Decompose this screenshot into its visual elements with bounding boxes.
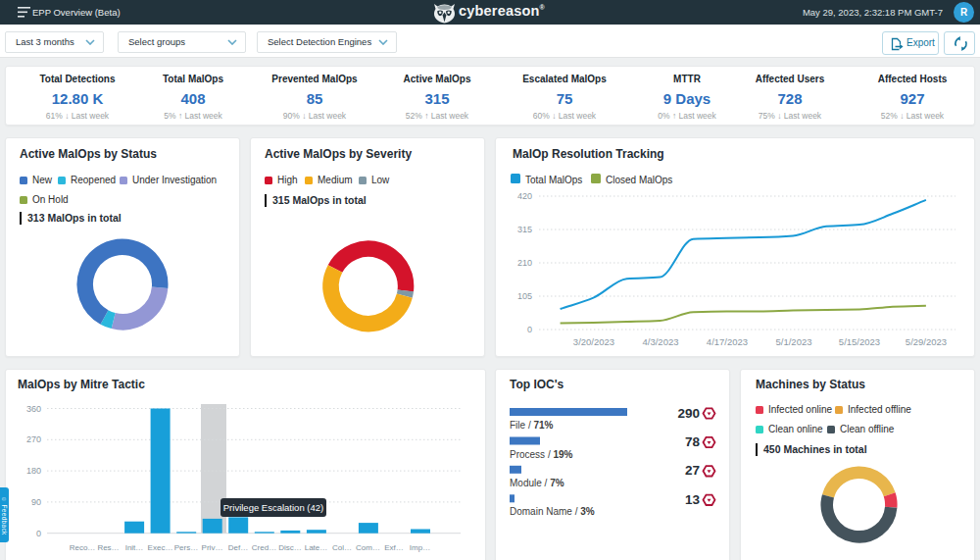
svg-text:Domain Name / 3%: Domain Name / 3%	[510, 506, 595, 517]
svg-text:Exec…: Exec…	[148, 543, 173, 552]
svg-text:0: 0	[527, 325, 532, 334]
svg-text:4/17/2023: 4/17/2023	[707, 336, 748, 347]
svg-text:Pers…: Pers…	[174, 543, 198, 552]
svg-text:5/1/2023: 5/1/2023	[776, 336, 812, 347]
svg-text:105: 105	[517, 291, 532, 301]
svg-text:360: 360	[26, 404, 41, 414]
svg-text:90: 90	[31, 497, 41, 507]
svg-text:Process / 19%: Process / 19%	[510, 449, 573, 460]
svg-text:Reco…: Reco…	[70, 543, 96, 552]
svg-text:270: 270	[26, 434, 41, 444]
svg-text:420: 420	[517, 191, 532, 201]
svg-text:Init…: Init…	[125, 543, 144, 552]
svg-text:Col…: Col…	[332, 543, 352, 552]
svg-text:Cred…: Cred…	[252, 543, 276, 552]
svg-text:290: 290	[677, 406, 700, 421]
svg-text:Def…: Def…	[228, 543, 248, 552]
svg-text:4/3/2023: 4/3/2023	[643, 336, 679, 347]
svg-text:180: 180	[26, 466, 41, 476]
svg-text:Imp…: Imp…	[410, 543, 430, 552]
svg-text:Late…: Late…	[305, 543, 328, 552]
svg-text:Exf…: Exf…	[384, 543, 404, 552]
svg-text:27: 27	[685, 463, 700, 478]
svg-text:File / 71%: File / 71%	[510, 420, 554, 431]
svg-text:Disc…: Disc…	[278, 543, 302, 552]
svg-text:3/20/2023: 3/20/2023	[573, 336, 614, 347]
svg-text:Module / 7%: Module / 7%	[510, 478, 564, 488]
svg-text:78: 78	[685, 434, 701, 449]
svg-text:0: 0	[36, 529, 41, 538]
svg-text:Priv…: Priv…	[202, 543, 223, 552]
svg-text:315: 315	[517, 225, 532, 234]
svg-text:Res…: Res…	[97, 543, 119, 552]
svg-text:Com…: Com…	[356, 543, 380, 552]
svg-text:13: 13	[685, 492, 701, 507]
svg-text:5/29/2023: 5/29/2023	[906, 336, 947, 347]
svg-text:210: 210	[517, 258, 532, 268]
svg-text:5/15/2023: 5/15/2023	[839, 336, 880, 347]
